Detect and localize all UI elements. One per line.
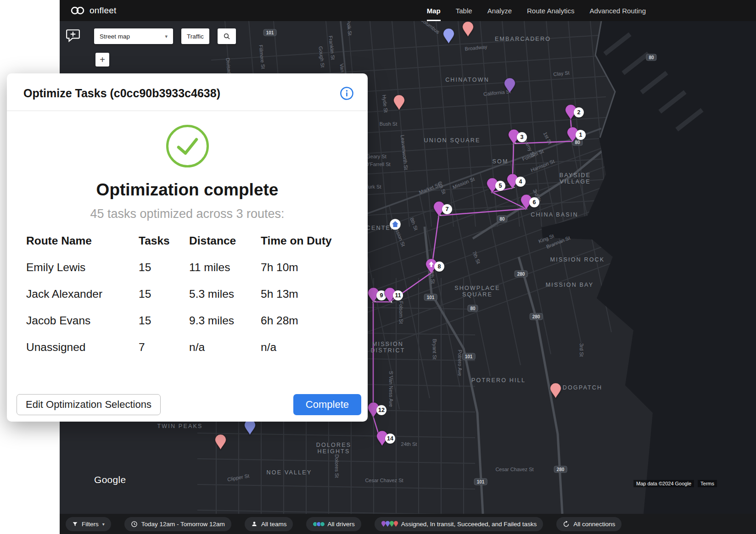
highway-shield: 80 xyxy=(646,54,656,61)
route-stop-pin[interactable]: 1 xyxy=(566,127,579,143)
task-pin[interactable] xyxy=(393,95,405,111)
map-street-label: Clay St xyxy=(553,70,570,77)
map-street-label: Bush St xyxy=(380,121,398,127)
route-stop-pin[interactable]: 6 xyxy=(520,194,532,210)
nav-map[interactable]: Map xyxy=(427,0,441,21)
route-stop-pin[interactable]: 2 xyxy=(565,104,577,120)
nav-analyze[interactable]: Analyze xyxy=(487,0,512,21)
complete-button[interactable]: Complete xyxy=(293,394,361,415)
map-street-label: Brannan St xyxy=(545,235,571,250)
route-stop-pin[interactable]: 14 xyxy=(376,430,388,446)
route-name: Emily Lewis xyxy=(26,254,139,281)
task-pin[interactable] xyxy=(442,28,455,44)
route-stop-pin[interactable]: 8 xyxy=(425,258,437,274)
drivers-filter[interactable]: All drivers xyxy=(306,517,361,531)
map-area-label: TWIN PEAKS xyxy=(157,423,202,429)
map-street-label: 7th St xyxy=(471,250,482,264)
route-stop-pin[interactable]: 5 xyxy=(486,178,498,194)
map-street-label: Dolores St xyxy=(334,454,340,478)
task-pin[interactable] xyxy=(549,383,562,399)
map-area-label: DOGPATCH xyxy=(563,384,603,391)
top-navbar: onfleet Map Table Analyze Route Analytic… xyxy=(60,0,756,21)
home-marker[interactable] xyxy=(389,218,401,230)
onfleet-logo[interactable]: onfleet xyxy=(60,6,116,16)
map-street-label: Mission St xyxy=(452,176,476,190)
map-area-label: BAYSIDE VILLAGE xyxy=(560,172,591,185)
bottom-filter-bar: Filters ▾ Today 12am - Tomorrow 12am All… xyxy=(60,514,756,534)
route-time: 5h 13m xyxy=(261,281,354,307)
route-stop-number: 2 xyxy=(574,107,584,117)
routes-table: Route Name Tasks Distance Time on Duty E… xyxy=(26,228,354,361)
google-logo[interactable]: Google xyxy=(94,474,126,485)
zoom-in-button[interactable]: + xyxy=(95,53,109,67)
route-tasks: 7 xyxy=(139,334,189,361)
task-states-label: Assigned, In transit, Succeeded, and Fai… xyxy=(401,521,537,528)
map-area-label: NOE VALLEY xyxy=(267,469,312,476)
col-header-tasks: Tasks xyxy=(139,228,189,254)
col-header-distance: Distance xyxy=(189,228,261,254)
route-distance: 5.3 miles xyxy=(189,281,261,307)
edit-optimization-selections-button[interactable]: Edit Optimization Selections xyxy=(17,394,161,415)
highway-shield: 280 xyxy=(554,466,567,473)
result-subtitle: 45 tasks optimized across 3 routes: xyxy=(7,207,368,221)
nav-route-analytics[interactable]: Route Analytics xyxy=(527,0,574,21)
map-area-label: MISSION BAY xyxy=(546,282,594,288)
route-stop-pin[interactable]: 11 xyxy=(384,287,396,303)
check-circle-icon xyxy=(165,124,210,168)
date-range-label: Today 12am - Tomorrow 12am xyxy=(141,521,225,528)
connections-icon xyxy=(563,521,570,528)
route-stop-pin[interactable]: 9 xyxy=(367,287,380,303)
route-stop-number: 12 xyxy=(376,405,386,415)
task-pin[interactable] xyxy=(462,21,474,37)
map-area-label: DOLORES HEIGHTS xyxy=(316,442,352,455)
new-message-button[interactable] xyxy=(66,28,80,44)
drivers-label: All drivers xyxy=(327,521,354,528)
route-stop-pin[interactable]: 7 xyxy=(433,201,445,217)
teams-filter[interactable]: All teams xyxy=(245,517,293,531)
route-stop-pin[interactable]: 3 xyxy=(508,129,520,145)
teams-icon xyxy=(251,521,258,527)
map-street-label: Folsom St xyxy=(521,148,544,162)
map-street-label: Cesar Chavez St xyxy=(365,478,403,483)
route-name: Jacob Evans xyxy=(26,307,139,334)
route-stop-pin[interactable]: 12 xyxy=(367,402,380,418)
chevron-down-icon: ▾ xyxy=(102,522,105,527)
map-street-label: Franklin St xyxy=(328,35,336,60)
map-street-label: Polk St xyxy=(346,21,353,36)
chevron-down-icon: ▾ xyxy=(165,33,168,39)
map-street-label: Harrison St xyxy=(530,158,555,173)
route-tasks: 15 xyxy=(139,307,189,334)
route-stop-pin[interactable]: 4 xyxy=(506,173,519,189)
map-area-label: MISSION ROCK xyxy=(550,256,605,263)
map-street-label: 8th St xyxy=(409,217,419,231)
route-stop-number: 14 xyxy=(385,434,395,444)
task-pin[interactable] xyxy=(504,78,516,94)
map-search-button[interactable] xyxy=(218,28,236,44)
map-street-label: Clipper St xyxy=(227,473,250,482)
map-attribution: Map data ©2024 Google Terms xyxy=(633,480,717,487)
task-pin[interactable] xyxy=(244,419,256,435)
info-button[interactable] xyxy=(340,86,354,100)
optimize-tasks-modal: Optimize Tasks (c0cc90b3933c4638) Optimi… xyxy=(7,73,368,422)
map-street-label: Cesar Chavez St xyxy=(495,467,533,472)
map-street-label: Hyde St xyxy=(381,95,389,113)
traffic-button[interactable]: Traffic xyxy=(181,28,209,44)
task-states-filter[interactable]: Assigned, In transit, Succeeded, and Fai… xyxy=(375,517,543,531)
map-area-label: SHOWPLACE SQUARE xyxy=(454,285,500,298)
filters-button[interactable]: Filters ▾ xyxy=(66,517,111,531)
terms-link[interactable]: Terms xyxy=(698,480,717,487)
route-stop-number: 4 xyxy=(515,177,526,187)
route-distance: 9.3 miles xyxy=(189,307,261,334)
date-range-filter[interactable]: Today 12am - Tomorrow 12am xyxy=(124,517,231,531)
nav-table[interactable]: Table xyxy=(456,0,472,21)
map-street-label: Leavenworth St xyxy=(400,134,409,170)
nav-advanced-routing[interactable]: Advanced Routing xyxy=(589,0,646,21)
map-style-select[interactable]: Street map ▾ xyxy=(94,28,173,44)
col-header-route-name: Route Name xyxy=(26,228,139,254)
task-pin[interactable] xyxy=(214,434,227,450)
modal-footer: Edit Optimization Selections Complete xyxy=(7,394,368,422)
chat-plus-icon xyxy=(66,28,80,42)
map-street-label: 6th St xyxy=(437,180,447,195)
connections-filter[interactable]: All connections xyxy=(556,517,622,531)
map-street-label: Potrero Ave xyxy=(457,350,463,376)
